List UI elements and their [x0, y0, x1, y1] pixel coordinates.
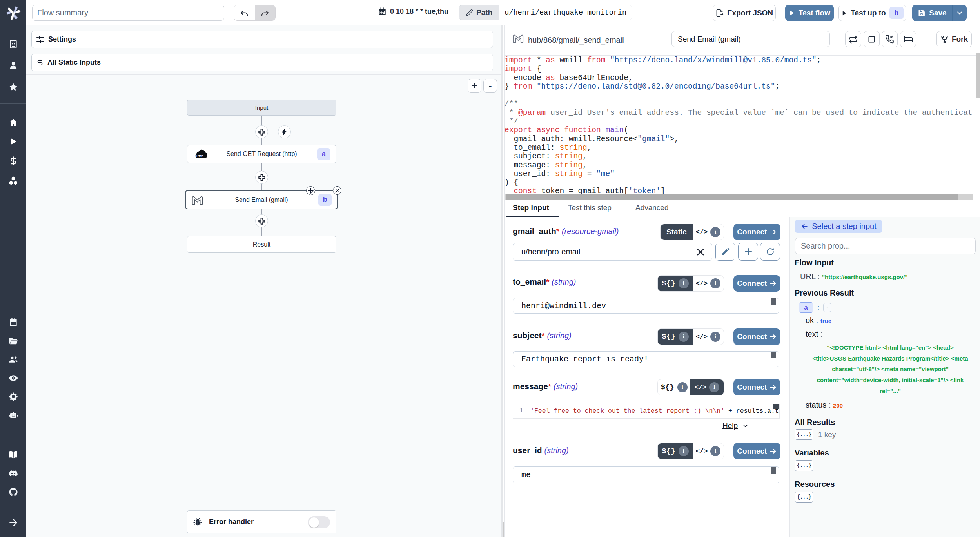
svg-text:HTTP: HTTP: [196, 155, 203, 158]
